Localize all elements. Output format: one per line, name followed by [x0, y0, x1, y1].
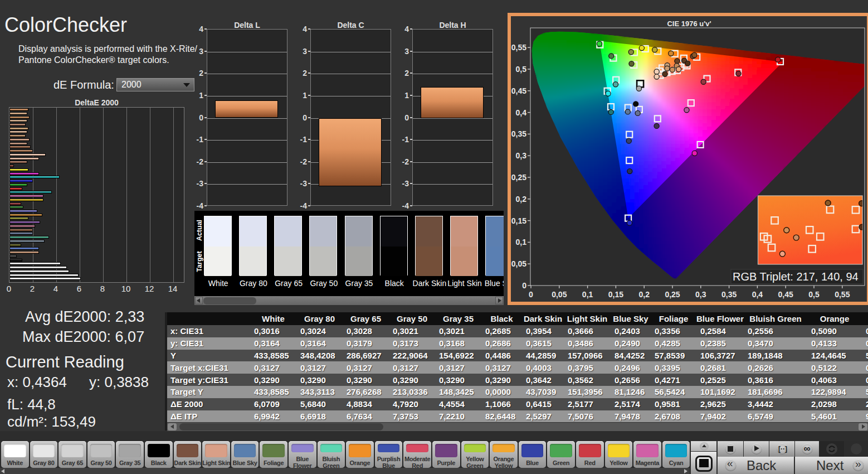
svg-text:0,1: 0,1 [516, 238, 527, 246]
svg-text:RGB Triplet: 217, 140, 94: RGB Triplet: 217, 140, 94 [733, 270, 859, 283]
svg-text:0,15: 0,15 [511, 216, 526, 225]
svg-text:0,4: 0,4 [752, 290, 763, 299]
svg-text:0,25: 0,25 [511, 173, 526, 182]
svg-text:CIE 1976 u'v': CIE 1976 u'v' [667, 20, 711, 28]
svg-text:0,5: 0,5 [516, 65, 527, 74]
svg-text:0,45: 0,45 [778, 290, 793, 299]
svg-text:0,3: 0,3 [695, 290, 706, 299]
svg-text:0: 0 [522, 281, 526, 290]
svg-text:0,2: 0,2 [638, 290, 650, 299]
svg-text:0,5: 0,5 [808, 290, 820, 299]
svg-text:0,55: 0,55 [835, 290, 850, 299]
svg-text:0,05: 0,05 [511, 259, 526, 268]
svg-text:0: 0 [529, 290, 533, 299]
svg-text:0,25: 0,25 [665, 290, 680, 299]
svg-text:0,35: 0,35 [721, 290, 737, 299]
svg-text:0,15: 0,15 [608, 290, 623, 299]
svg-text:0,05: 0,05 [552, 290, 567, 299]
svg-text:0,4: 0,4 [516, 108, 527, 117]
svg-text:0,2: 0,2 [516, 195, 527, 204]
svg-text:0,1: 0,1 [582, 290, 593, 299]
svg-text:0,35: 0,35 [511, 129, 526, 138]
svg-text:0,55: 0,55 [511, 43, 526, 52]
svg-text:0,45: 0,45 [511, 86, 526, 95]
svg-text:0,3: 0,3 [516, 151, 527, 160]
